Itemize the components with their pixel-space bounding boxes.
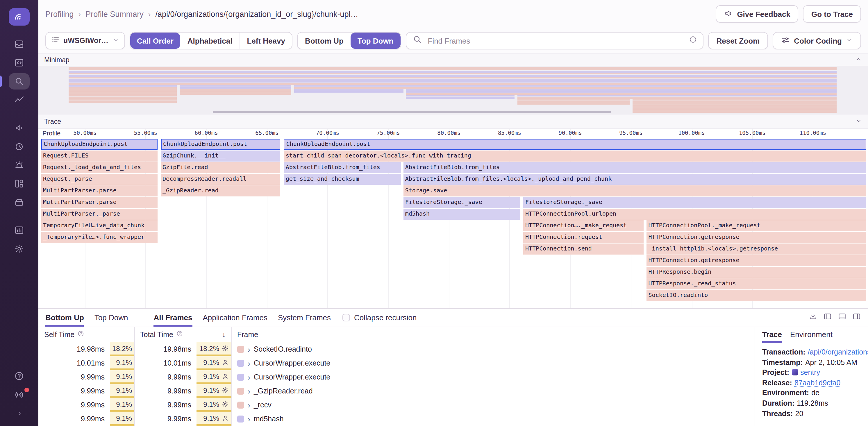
flame-frame[interactable]: HTTPConnection.getresponse [647,232,866,243]
flame-frame[interactable]: ChunkUploadEndpoint.post [284,139,866,150]
tab-all-frames[interactable]: All Frames [154,308,192,327]
expand-chevron-icon[interactable]: › [248,387,250,395]
tab-system-frames[interactable]: System Frames [278,308,331,327]
breadcrumb-item[interactable]: Profiling [45,9,74,18]
table-row[interactable]: 9.99ms9.1% 9.99ms 9.1% › _recv [38,398,755,412]
tab-bottom-up[interactable]: Bottom Up [45,308,84,327]
thread-selector[interactable]: uWSGIWor… [45,32,125,50]
flame-frame[interactable]: DecompressReader.readall [161,173,280,185]
sidebar-item-releases[interactable] [9,194,30,210]
flame-frame[interactable]: GzipFile.read [161,162,280,173]
flame-frame[interactable]: SocketIO.readinto [647,290,866,301]
flamegraph[interactable]: ChunkUploadEndpoint.postChunkUploadEndpo… [38,138,868,308]
flame-frame[interactable]: Storage.save [403,185,866,196]
sidebar-item-insights[interactable] [9,92,30,108]
flame-frame[interactable]: HTTPConnectionPool._make_request [647,220,866,231]
layout-left-icon[interactable] [823,312,832,323]
flame-frame[interactable]: md5hash [403,208,521,219]
layout-bottom-icon[interactable] [838,312,846,323]
minimap-scroll-thumb[interactable] [213,111,611,113]
flame-frame[interactable]: FilestoreStorage._save [403,197,521,208]
expand-chevron-icon[interactable]: › [248,345,250,354]
flame-frame[interactable]: HTTPConnection…._make_request [524,220,644,231]
download-icon[interactable] [809,312,817,323]
flame-frame[interactable]: FilestoreStorage._save [524,197,866,208]
breadcrumb-item[interactable]: Profile Summary [86,9,144,18]
direction-option-top-down[interactable]: Top Down [350,33,401,49]
frame-header[interactable]: Frame [231,330,755,338]
expand-chevron-icon[interactable]: › [248,359,250,368]
flame-frame[interactable]: _GzipReader.read [161,185,280,196]
expand-chevron-icon[interactable]: › [248,401,250,409]
table-row[interactable]: 9.99ms9.1% 9.99ms 9.1% › _GzipReader.rea… [38,384,755,398]
table-row[interactable]: 19.98ms18.2% 19.98ms 18.2% › SocketIO.re… [38,342,755,356]
tab-application-frames[interactable]: Application Frames [203,308,268,327]
flame-frame[interactable]: MultiPartParser.parse [41,197,158,208]
chevron-up-icon[interactable] [855,56,862,64]
sidebar-item-sentry-logo[interactable] [9,8,30,26]
flame-frame[interactable]: HTTPResponse._read_status [647,278,866,289]
self-time-header[interactable]: Self Time [38,330,134,339]
sidebar-item-settings[interactable] [9,240,30,257]
details-tab-environment[interactable]: Environment [790,327,833,343]
breadcrumb-item[interactable]: /api/0/organizations/{organization_id_or… [156,9,359,18]
flame-frame[interactable]: _install_httplib.<locals>.getresponse [647,243,866,254]
flame-frame[interactable]: HTTPConnection.send [524,243,644,254]
table-row[interactable]: 9.99ms9.1% 9.99ms 9.1% › CursorWrapper.e… [38,370,755,384]
flame-frame[interactable]: AbstractFileBlob.from_files.<locals>._up… [403,173,866,185]
table-row[interactable]: 9.99ms9.1% 9.99ms 9.1% › md5hash [38,412,755,426]
layout-right-icon[interactable] [852,312,861,323]
sort-option-alphabetical[interactable]: Alphabetical [181,33,240,49]
details-value[interactable]: /api/0/organizations/{organ… [808,348,868,356]
flame-frame[interactable]: start_child_span_decorator.<locals>.func… [284,150,866,161]
sidebar-item-feedback[interactable] [9,120,30,136]
flame-frame[interactable]: HTTPConnection.request [524,232,644,243]
flame-frame[interactable]: GzipChunk.__init__ [161,150,280,161]
details-tab-trace[interactable]: Trace [762,327,782,343]
reset-zoom-button[interactable]: Reset Zoom [708,32,768,50]
sidebar-item-issues[interactable] [9,36,30,52]
sidebar-item-alerts[interactable] [9,157,30,173]
direction-option-bottom-up[interactable]: Bottom Up [298,33,350,49]
color-coding-button[interactable]: Color Coding [772,32,861,50]
sidebar-item-dashboards[interactable] [9,175,30,192]
flame-frame[interactable]: get_size_and_checksum [284,173,401,185]
find-frames-input[interactable] [427,36,685,45]
sidebar-item-whats-new[interactable] [9,387,30,403]
collapse-recursion-checkbox[interactable] [342,314,350,321]
give-feedback-button[interactable]: Give Feedback [715,5,799,23]
table-row[interactable]: 10.01ms9.1% 10.01ms 9.1% › CursorWrapper… [38,356,755,370]
flame-frame[interactable]: Request._parse [41,173,158,185]
flame-frame[interactable]: ChunkUploadEndpoint.post [41,139,158,150]
go-to-trace-button[interactable]: Go to Trace [803,5,861,23]
sidebar-item-replays[interactable] [9,138,30,155]
chevron-down-icon[interactable] [855,118,862,126]
minimap[interactable] [38,66,868,114]
flame-frame[interactable]: HTTPConnection.getresponse [647,255,866,266]
details-value[interactable]: 87aab1d9cfa0 [795,379,841,387]
sidebar-item-help[interactable] [9,368,30,384]
expand-chevron-icon[interactable]: › [248,415,250,423]
flame-frame[interactable]: _TemporaryFile…>.func_wrapper [41,232,158,243]
expand-chevron-icon[interactable]: › [248,373,250,382]
sidebar-item-search[interactable] [9,73,30,90]
flame-frame[interactable]: ChunkUploadEndpoint.post [161,139,280,150]
total-time-header[interactable]: Total Time ↓ [134,330,231,339]
sort-option-call-order[interactable]: Call Order [130,33,181,49]
flame-frame[interactable]: MultiPartParser._parse [41,208,158,219]
flame-frame[interactable]: Request.FILES [41,150,158,161]
flame-frame[interactable]: HTTPResponse.begin [647,266,866,277]
flame-frame[interactable]: TemporaryFileU…ive_data_chunk [41,220,158,231]
sidebar-item-stats[interactable] [9,222,30,238]
details-value[interactable]: sentry [800,368,820,376]
flame-frame[interactable]: MultiPartParser.parse [41,185,158,196]
sidebar-item-explore[interactable] [9,55,30,71]
collapse-recursion-toggle[interactable]: Collapse recursion [342,308,416,327]
sort-option-left-heavy[interactable]: Left Heavy [239,33,292,49]
flame-frame[interactable]: HTTPConnectionPool.urlopen [524,208,866,219]
sidebar-collapse-button[interactable] [9,405,30,421]
flame-frame[interactable]: AbstractFileBlob.from_files [403,162,866,173]
flame-frame[interactable]: Request._load_data_and_files [41,162,158,173]
flame-frame[interactable]: AbstractFileBlob.from_files [284,162,401,173]
tab-top-down[interactable]: Top Down [94,308,128,327]
